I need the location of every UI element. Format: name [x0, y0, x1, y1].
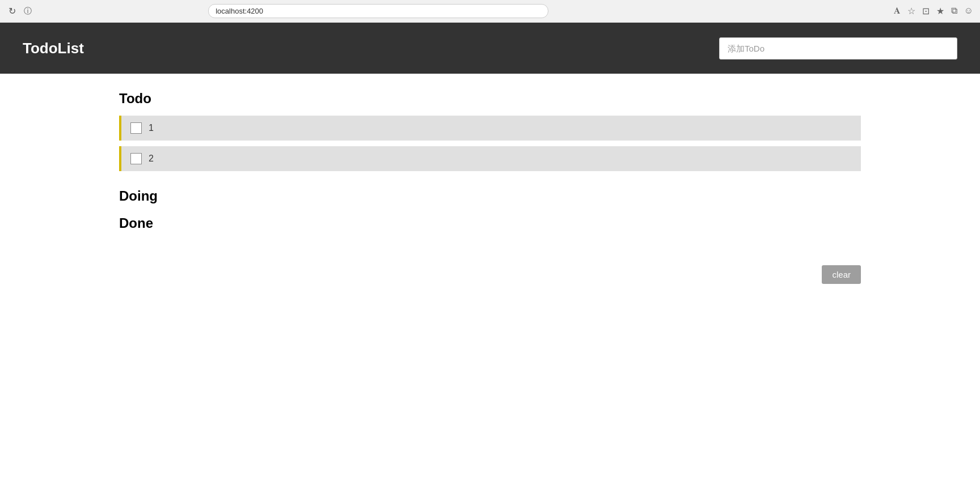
main-content: Todo 1 2 Doing Done [0, 74, 980, 265]
split-icon[interactable]: ⊡ [922, 6, 930, 16]
bottom-area: clear [0, 265, 980, 284]
bookmark-icon[interactable]: ☆ [907, 6, 915, 16]
url-bar[interactable]: localhost:4200 [208, 4, 548, 18]
todo-checkbox-1[interactable] [130, 122, 142, 134]
doing-section-title: Doing [119, 188, 861, 204]
clear-button[interactable]: clear [822, 265, 861, 284]
app-title: TodoList [23, 40, 84, 57]
reader-icon[interactable]: 𝐀 [894, 6, 901, 16]
info-icon: ⓘ [23, 6, 33, 16]
done-section-title: Done [119, 215, 861, 231]
todo-text-1: 1 [149, 123, 154, 133]
add-todo-input[interactable] [719, 37, 957, 60]
todo-section: Todo 1 2 [119, 91, 861, 171]
todo-checkbox-2[interactable] [130, 153, 142, 164]
reload-button[interactable]: ↻ [7, 6, 17, 16]
todo-section-title: Todo [119, 91, 861, 107]
doing-section: Doing [119, 188, 861, 204]
app-header: TodoList [0, 23, 980, 74]
todo-item-2: 2 [119, 146, 861, 171]
collections-icon[interactable]: ⧉ [951, 6, 957, 16]
browser-chrome: ↻ ⓘ localhost:4200 𝐀 ☆ ⊡ ★ ⧉ ☺ [0, 0, 980, 23]
favorites-icon[interactable]: ★ [936, 6, 944, 16]
profile-icon[interactable]: ☺ [964, 6, 973, 16]
todo-item-1: 1 [119, 116, 861, 141]
done-section: Done [119, 215, 861, 231]
todo-text-2: 2 [149, 154, 154, 164]
browser-actions: 𝐀 ☆ ⊡ ★ ⧉ ☺ [894, 6, 973, 16]
